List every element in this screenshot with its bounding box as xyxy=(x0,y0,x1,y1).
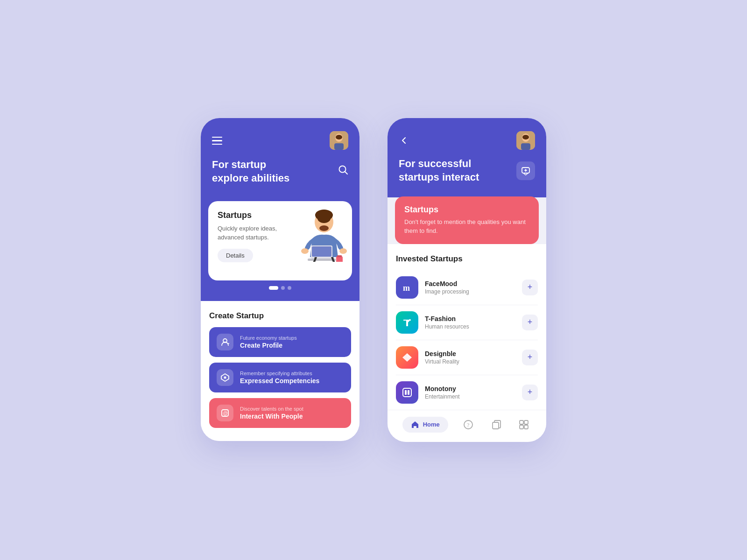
svg-point-8 xyxy=(317,214,331,223)
svg-point-10 xyxy=(301,248,309,254)
carousel-section: Startups Quickly explore ideas, advanced… xyxy=(201,201,359,301)
monotony-name: Monotony xyxy=(425,385,515,392)
competencies-label: Expressed Competencies xyxy=(240,377,319,385)
interact-people-subtitle: Discover talents on the spot xyxy=(240,406,303,412)
svg-rect-42 xyxy=(520,425,523,429)
competencies-icon xyxy=(217,369,233,386)
hamburger-icon[interactable] xyxy=(212,137,222,145)
monotony-category: Entertainment xyxy=(425,393,515,400)
right-header-top-row xyxy=(399,131,535,150)
dot-2[interactable] xyxy=(281,286,285,290)
invested-startups-title: Invested Startups xyxy=(396,254,538,264)
startup-item-designble: Designble Virtual Reality + xyxy=(396,340,538,375)
nav-help-icon[interactable]: ? xyxy=(461,417,476,432)
carousel-card: Startups Quickly explore ideas, advanced… xyxy=(208,201,352,280)
competencies-item[interactable]: Remember specifying attributes Expressed… xyxy=(209,363,351,392)
left-phone-header: For startup explore abilities xyxy=(201,118,359,201)
left-phone: For startup explore abilities Startups Q… xyxy=(201,118,359,441)
monotony-logo xyxy=(396,381,418,404)
carousel-dots xyxy=(208,286,352,290)
right-phone-body: Invested Startups m FaceMood Image proce… xyxy=(388,244,546,410)
svg-rect-40 xyxy=(520,420,523,424)
svg-rect-39 xyxy=(493,422,499,429)
left-header-title: For startup explore abilities xyxy=(212,158,348,185)
designble-add-button[interactable]: + xyxy=(522,350,538,365)
designble-category: Virtual Reality xyxy=(425,358,515,365)
interact-people-icon: @ xyxy=(217,405,233,421)
svg-line-5 xyxy=(345,172,348,175)
create-profile-icon xyxy=(217,334,233,350)
promo-card-title: Startups xyxy=(404,205,529,215)
competencies-subtitle: Remember specifying attributes xyxy=(240,371,319,376)
create-profile-label: Create Profile xyxy=(240,342,297,349)
message-plus-button[interactable] xyxy=(516,161,535,180)
tfashion-add-button[interactable]: + xyxy=(522,315,538,330)
back-button[interactable] xyxy=(399,135,409,146)
facemood-logo: m xyxy=(396,276,418,299)
svg-rect-26 xyxy=(521,143,530,150)
competencies-text: Remember specifying attributes Expressed… xyxy=(240,371,319,385)
phones-container: For startup explore abilities Startups Q… xyxy=(201,90,546,469)
nav-home-label: Home xyxy=(423,421,440,428)
carousel-card-desc: Quickly explore ideas, advanced startups… xyxy=(218,224,293,242)
interact-people-label: Interact With People xyxy=(240,413,303,420)
monotony-add-button[interactable]: + xyxy=(522,385,538,400)
svg-rect-36 xyxy=(408,390,409,395)
designble-name: Designble xyxy=(425,350,515,357)
right-phone-header: For successful startups interact xyxy=(388,118,546,197)
startup-item-facemood: m FaceMood Image processing + xyxy=(396,270,538,305)
create-profile-text: Future economy startups Create Profile xyxy=(240,335,297,349)
svg-rect-2 xyxy=(334,143,344,150)
facemood-name: FaceMood xyxy=(425,280,515,287)
startup-list: m FaceMood Image processing + xyxy=(396,270,538,410)
header-top-row xyxy=(212,131,348,150)
monotony-info: Monotony Entertainment xyxy=(425,385,515,400)
right-header-title: For successful startups interact xyxy=(399,157,479,184)
svg-text:m: m xyxy=(403,283,410,293)
create-startup-title: Create Startup xyxy=(209,311,351,321)
nav-grid-icon[interactable] xyxy=(516,417,531,432)
facemood-add-button[interactable]: + xyxy=(522,280,538,295)
dot-3[interactable] xyxy=(288,286,291,290)
startup-item-tfashion: T-Fashion Human resources + xyxy=(396,305,538,340)
svg-point-27 xyxy=(522,135,529,140)
facemood-category: Image processing xyxy=(425,288,515,295)
promo-card-desc: Don't forget to mention the qualities yo… xyxy=(404,217,529,236)
facemood-info: FaceMood Image processing xyxy=(425,280,515,295)
svg-rect-35 xyxy=(405,390,407,395)
dot-1[interactable] xyxy=(269,286,278,290)
svg-point-11 xyxy=(339,248,347,254)
action-list: Future economy startups Create Profile R… xyxy=(209,327,351,428)
carousel-illustration xyxy=(291,196,352,262)
svg-rect-34 xyxy=(403,388,411,397)
tfashion-name: T-Fashion xyxy=(425,315,515,322)
svg-rect-13 xyxy=(312,246,331,257)
tfashion-info: T-Fashion Human resources xyxy=(425,315,515,330)
left-phone-body: Create Startup Future economy startups C… xyxy=(201,301,359,441)
tfashion-logo xyxy=(396,311,418,334)
svg-text:?: ? xyxy=(467,421,469,428)
tfashion-category: Human resources xyxy=(425,323,515,330)
promo-card: Startups Don't forget to mention the qua… xyxy=(395,196,539,244)
nav-home-pill[interactable]: Home xyxy=(402,417,448,433)
search-icon[interactable] xyxy=(338,165,348,177)
interact-people-item[interactable]: @ Discover talents on the spot Interact … xyxy=(209,398,351,428)
svg-rect-43 xyxy=(524,425,528,429)
create-profile-item[interactable]: Future economy startups Create Profile xyxy=(209,327,351,357)
svg-marker-33 xyxy=(407,353,412,357)
right-phone: For successful startups interact Startup… xyxy=(388,118,546,441)
startup-item-monotony: Monotony Entertainment + xyxy=(396,375,538,410)
svg-point-21 xyxy=(224,376,226,378)
designble-info: Designble Virtual Reality xyxy=(425,350,515,365)
designble-logo xyxy=(396,346,418,369)
avatar[interactable] xyxy=(330,131,348,150)
bottom-nav: Home ? xyxy=(388,410,546,442)
carousel-details-button[interactable]: Details xyxy=(218,249,253,262)
create-profile-subtitle: Future economy startups xyxy=(240,335,297,341)
svg-rect-14 xyxy=(308,259,336,261)
svg-text:@: @ xyxy=(223,411,228,416)
right-avatar[interactable] xyxy=(516,131,535,150)
svg-point-3 xyxy=(336,135,342,140)
svg-point-9 xyxy=(319,225,329,231)
nav-copy-icon[interactable] xyxy=(489,417,504,432)
